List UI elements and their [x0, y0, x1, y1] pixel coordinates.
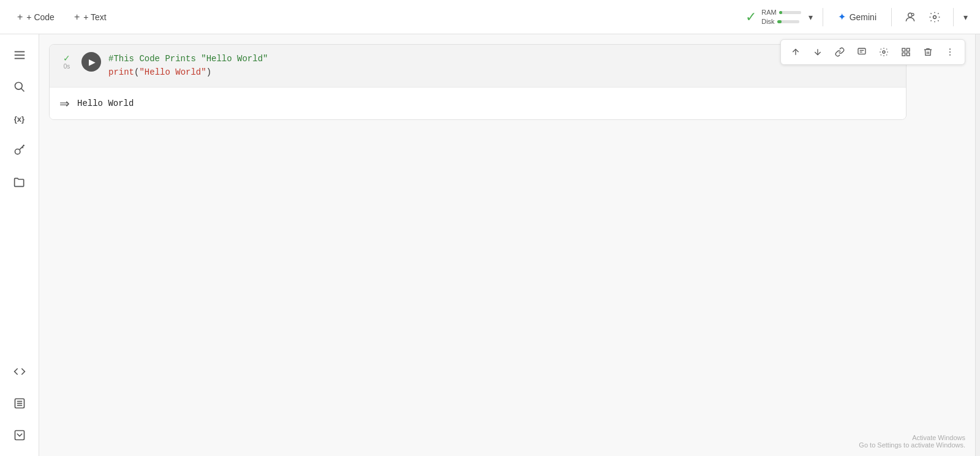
- code-print-line: print("Hello World"): [108, 65, 896, 79]
- play-icon: ▶: [89, 57, 96, 67]
- expand-button[interactable]: [896, 42, 916, 62]
- svg-rect-20: [858, 48, 865, 54]
- more-options-button[interactable]: [940, 42, 960, 62]
- comment-button[interactable]: [852, 42, 872, 62]
- toolbar-divider-3: [953, 8, 954, 26]
- add-text-label: + Text: [83, 12, 107, 22]
- more-icon: [945, 47, 955, 57]
- notebook-content: ✓ 0s ▶ #This Code Prints "Hello World" p…: [39, 34, 975, 456]
- gear-icon: [879, 47, 889, 57]
- svg-line-12: [22, 147, 23, 148]
- delete-button[interactable]: [918, 42, 938, 62]
- arrow-up-icon: [791, 47, 801, 57]
- toolbar-divider-1: [823, 8, 823, 26]
- ram-disk-indicator: RAM Disk: [761, 9, 801, 25]
- code-string: "Hello World": [139, 67, 206, 77]
- top-toolbar: + + Code + + Text ✓ RAM Disk ▾ ✦: [0, 0, 980, 34]
- svg-point-9: [15, 149, 20, 154]
- code-keyword: print: [108, 67, 134, 77]
- cell-check: ✓: [63, 53, 70, 63]
- terminal-icon: [13, 429, 26, 441]
- variables-label: {x}: [14, 114, 24, 124]
- gemini-label: Gemini: [850, 12, 876, 22]
- main-dropdown-arrow[interactable]: ▾: [961, 10, 970, 24]
- code-comment: #This Code Prints "Hello World": [108, 54, 268, 64]
- cell-settings-button[interactable]: [874, 42, 894, 62]
- comment-icon: [857, 47, 867, 57]
- output-cell: ⇒ Hello World: [50, 88, 906, 119]
- svg-point-2: [912, 13, 914, 15]
- sidebar-menu-icon[interactable]: [6, 42, 33, 69]
- list-icon: [13, 397, 26, 409]
- sidebar-cmd-icon[interactable]: [6, 422, 33, 449]
- folder-icon: [13, 176, 26, 189]
- svg-rect-17: [15, 431, 24, 440]
- code-cell: ✓ 0s ▶ #This Code Prints "Hello World" p…: [50, 45, 906, 88]
- svg-point-23: [883, 51, 885, 53]
- svg-rect-24: [902, 48, 905, 51]
- sidebar-search-icon[interactable]: [6, 73, 33, 100]
- expand-icon: [901, 47, 911, 57]
- disk-fill: [777, 20, 782, 23]
- cell-toolbar: [780, 39, 965, 65]
- svg-point-3: [933, 15, 937, 18]
- code-comment-line: #This Code Prints "Hello World": [108, 52, 896, 65]
- plus-icon-text: +: [74, 12, 80, 23]
- resource-dropdown-arrow[interactable]: ▾: [806, 10, 815, 24]
- account-icon-button[interactable]: [899, 6, 921, 28]
- gemini-button[interactable]: ✦ Gemini: [831, 7, 884, 26]
- sidebar-secrets-icon[interactable]: [6, 137, 33, 164]
- svg-rect-26: [902, 53, 905, 56]
- sidebar-files-icon[interactable]: [6, 169, 33, 196]
- cell-time: 0s: [64, 63, 70, 70]
- ram-progress: [779, 11, 801, 14]
- status-checkmark: ✓: [745, 9, 756, 25]
- scrollbar[interactable]: [975, 34, 980, 456]
- svg-point-28: [949, 48, 951, 50]
- link-icon: [835, 47, 845, 57]
- add-code-label: + Code: [26, 12, 55, 22]
- run-button[interactable]: ▶: [81, 52, 101, 72]
- move-down-button[interactable]: [808, 42, 827, 62]
- trash-icon: [923, 47, 933, 57]
- sidebar-code-icon[interactable]: [6, 358, 33, 385]
- ram-fill: [779, 11, 782, 14]
- move-up-button[interactable]: [786, 42, 805, 62]
- svg-line-8: [21, 89, 24, 92]
- svg-point-30: [949, 54, 951, 56]
- ram-label: RAM: [761, 9, 776, 16]
- settings-icon-button[interactable]: [924, 6, 946, 28]
- toolbar-divider-2: [891, 8, 892, 26]
- svg-point-7: [15, 83, 22, 90]
- arrow-down-icon: [813, 47, 823, 57]
- settings-icon: [929, 11, 941, 23]
- output-text: Hello World: [77, 99, 134, 108]
- code-content[interactable]: #This Code Prints "Hello World" print("H…: [108, 52, 896, 80]
- plus-icon: +: [17, 12, 23, 23]
- link-button[interactable]: [830, 42, 850, 62]
- angle-bracket-icon: [13, 365, 26, 378]
- sidebar: {x}: [0, 34, 39, 456]
- output-arrow-icon: ⇒: [59, 96, 70, 111]
- toolbar-right: ✓ RAM Disk ▾ ✦ Gemini: [745, 6, 970, 28]
- account-icon: [904, 11, 916, 23]
- disk-progress: [777, 20, 799, 23]
- sidebar-variables-icon[interactable]: {x}: [6, 105, 33, 132]
- add-code-button[interactable]: + + Code: [10, 8, 62, 26]
- key-icon: [13, 144, 26, 157]
- code-paren-close: ): [206, 67, 211, 77]
- main-area: {x}: [0, 34, 980, 456]
- disk-label: Disk: [761, 18, 774, 25]
- hamburger-icon: [13, 48, 26, 62]
- svg-rect-27: [907, 53, 910, 56]
- gemini-star-icon: ✦: [838, 11, 846, 23]
- add-text-button[interactable]: + + Text: [67, 8, 114, 26]
- disk-row: Disk: [761, 18, 801, 25]
- code-cell-container: ✓ 0s ▶ #This Code Prints "Hello World" p…: [49, 44, 907, 120]
- svg-rect-25: [907, 48, 910, 51]
- svg-line-11: [23, 145, 24, 146]
- sidebar-terminal-icon[interactable]: [6, 390, 33, 417]
- search-icon: [13, 81, 26, 93]
- svg-point-29: [949, 51, 951, 53]
- ram-row: RAM: [761, 9, 801, 16]
